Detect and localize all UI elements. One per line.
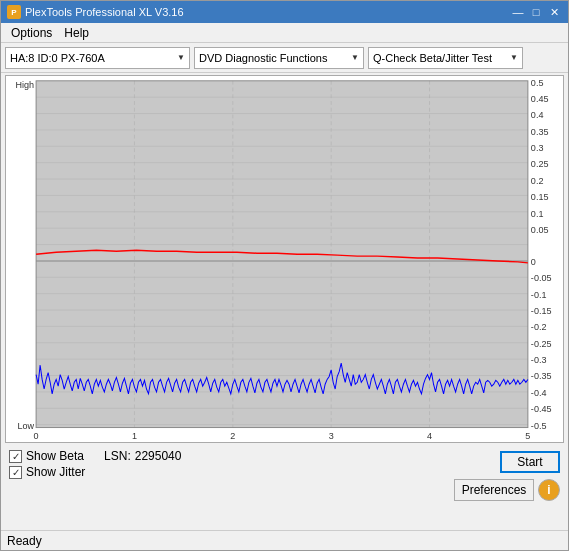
svg-text:2: 2 (230, 431, 235, 441)
preferences-button[interactable]: Preferences (454, 479, 534, 501)
maximize-button[interactable]: □ (528, 4, 544, 20)
svg-text:-0.3: -0.3 (531, 355, 547, 365)
lsn-value: 2295040 (135, 449, 182, 463)
svg-text:0.25: 0.25 (531, 160, 549, 170)
svg-text:0.15: 0.15 (531, 192, 549, 202)
svg-text:-0.4: -0.4 (531, 388, 547, 398)
drive-label: HA:8 ID:0 PX-760A (10, 52, 105, 64)
test-dropdown-arrow: ▼ (510, 53, 518, 62)
app-icon: P (7, 5, 21, 19)
svg-text:-0.05: -0.05 (531, 273, 552, 283)
chart-inner: 0.5 0.45 0.4 0.35 0.3 0.25 0.2 0.15 0.1 … (6, 76, 563, 442)
show-jitter-label: Show Jitter (26, 465, 85, 479)
show-jitter-checkbox[interactable] (9, 466, 22, 479)
show-beta-row: Show Beta LSN: 2295040 (9, 449, 181, 463)
function-label: DVD Diagnostic Functions (199, 52, 327, 64)
window-controls: — □ ✕ (510, 4, 562, 20)
bottom-panel: Show Beta LSN: 2295040 Show Jitter Start… (1, 445, 568, 530)
svg-text:-0.15: -0.15 (531, 306, 552, 316)
status-bar: Ready (1, 530, 568, 550)
minimize-button[interactable]: — (510, 4, 526, 20)
title-bar: P PlexTools Professional XL V3.16 — □ ✕ (1, 1, 568, 23)
info-button[interactable]: i (538, 479, 560, 501)
chart-svg: 0.5 0.45 0.4 0.35 0.3 0.25 0.2 0.15 0.1 … (6, 76, 563, 442)
preferences-row: Preferences i (454, 479, 560, 501)
show-beta-label: Show Beta (26, 449, 84, 463)
svg-text:3: 3 (329, 431, 334, 441)
window-title: PlexTools Professional XL V3.16 (25, 6, 184, 18)
lsn-label: LSN: (104, 449, 131, 463)
title-bar-left: P PlexTools Professional XL V3.16 (7, 5, 184, 19)
test-dropdown[interactable]: Q-Check Beta/Jitter Test ▼ (368, 47, 523, 69)
menu-options[interactable]: Options (5, 24, 58, 42)
toolbar: HA:8 ID:0 PX-760A ▼ DVD Diagnostic Funct… (1, 43, 568, 73)
svg-text:0.2: 0.2 (531, 176, 544, 186)
svg-text:0.3: 0.3 (531, 143, 544, 153)
drive-dropdown[interactable]: HA:8 ID:0 PX-760A ▼ (5, 47, 190, 69)
show-jitter-row: Show Jitter (9, 465, 181, 479)
menu-help[interactable]: Help (58, 24, 95, 42)
svg-text:0.05: 0.05 (531, 225, 549, 235)
bottom-right: Start Preferences i (454, 449, 560, 501)
function-dropdown-arrow: ▼ (351, 53, 359, 62)
close-button[interactable]: ✕ (546, 4, 562, 20)
chart-area: 0.5 0.45 0.4 0.35 0.3 0.25 0.2 0.15 0.1 … (5, 75, 564, 443)
svg-text:-0.2: -0.2 (531, 322, 547, 332)
svg-text:-0.35: -0.35 (531, 372, 552, 382)
svg-text:-0.25: -0.25 (531, 339, 552, 349)
svg-text:1: 1 (132, 431, 137, 441)
main-window: P PlexTools Professional XL V3.16 — □ ✕ … (0, 0, 569, 551)
svg-text:0.35: 0.35 (531, 127, 549, 137)
svg-text:0.5: 0.5 (531, 78, 544, 88)
show-beta-checkbox[interactable] (9, 450, 22, 463)
svg-text:0: 0 (531, 257, 536, 267)
svg-text:-0.1: -0.1 (531, 290, 547, 300)
svg-text:-0.5: -0.5 (531, 421, 547, 431)
svg-text:Low: Low (18, 421, 35, 431)
status-text: Ready (7, 534, 42, 548)
bottom-left: Show Beta LSN: 2295040 Show Jitter (9, 449, 181, 479)
drive-dropdown-arrow: ▼ (177, 53, 185, 62)
svg-text:-0.45: -0.45 (531, 404, 552, 414)
start-button[interactable]: Start (500, 451, 560, 473)
svg-text:0.4: 0.4 (531, 111, 544, 121)
svg-text:4: 4 (427, 431, 432, 441)
svg-text:5: 5 (525, 431, 530, 441)
svg-text:High: High (16, 80, 35, 90)
test-label: Q-Check Beta/Jitter Test (373, 52, 492, 64)
svg-text:0.1: 0.1 (531, 209, 544, 219)
svg-text:0: 0 (34, 431, 39, 441)
svg-text:0.45: 0.45 (531, 94, 549, 104)
menu-bar: Options Help (1, 23, 568, 43)
function-dropdown[interactable]: DVD Diagnostic Functions ▼ (194, 47, 364, 69)
